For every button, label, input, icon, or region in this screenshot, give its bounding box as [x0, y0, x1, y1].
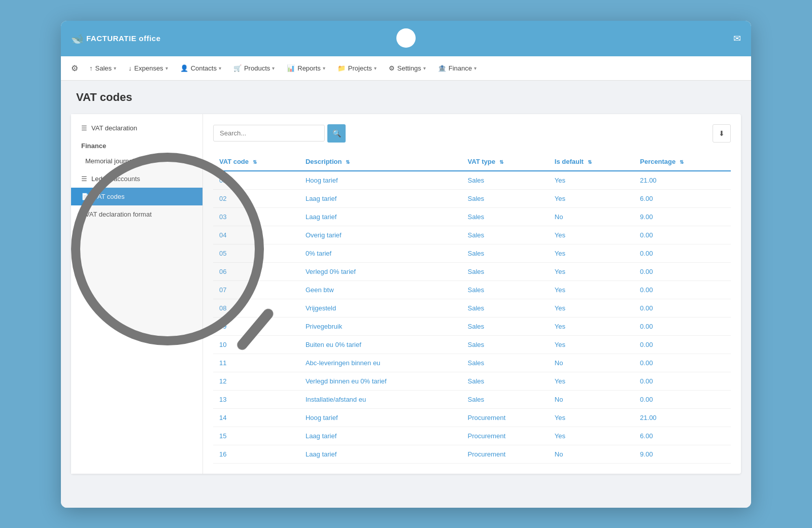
- cell-description-14: Laag tarief: [299, 427, 462, 445]
- table-row[interactable]: 02 Laag tarief Sales Yes 6.00: [213, 189, 731, 207]
- cell-code-3: 04: [213, 226, 299, 244]
- nav-item-reports[interactable]: 📊 Reports ▾: [281, 56, 331, 80]
- sidebar-item-memorial-journal[interactable]: Memorial journal: [71, 152, 202, 170]
- col-header-percentage[interactable]: Percentage ⇅: [634, 153, 731, 171]
- cell-vat-type-15: Procurement: [462, 445, 549, 463]
- cell-vat-type-9: Sales: [462, 335, 549, 354]
- top-bar: 🐋 FACTURATIE office ✉: [61, 21, 751, 56]
- cell-description-5: Verlegd 0% tarief: [299, 262, 462, 280]
- nav-item-products[interactable]: 🛒 Products ▾: [227, 56, 281, 80]
- cell-is-default-11: Yes: [549, 372, 634, 390]
- download-button[interactable]: ⬇: [713, 124, 731, 143]
- cell-vat-type-1: Sales: [462, 189, 549, 207]
- page-title: VAT codes: [76, 91, 741, 104]
- products-icon: 🛒: [233, 64, 242, 72]
- top-bar-center: [396, 28, 416, 48]
- cell-is-default-3: Yes: [549, 226, 634, 244]
- cell-code-8: 09: [213, 317, 299, 335]
- cell-is-default-2: No: [549, 207, 634, 226]
- cell-is-default-8: Yes: [549, 317, 634, 335]
- cell-vat-type-4: Sales: [462, 244, 549, 262]
- col-header-vat-code[interactable]: VAT code ⇅: [213, 153, 299, 171]
- table-row[interactable]: 12 Verlegd binnen eu 0% tarief Sales Yes…: [213, 372, 731, 390]
- cell-vat-type-8: Sales: [462, 317, 549, 335]
- logo-icon: 🐋: [71, 32, 84, 45]
- cell-vat-type-13: Procurement: [462, 408, 549, 427]
- table-row[interactable]: 16 Laag tarief Procurement No 9.00: [213, 445, 731, 463]
- cell-is-default-14: Yes: [549, 427, 634, 445]
- nav-bar: ⚙ ↑ Sales ▾ ↓ Expenses ▾ 👤 Contacts ▾ 🛒 …: [61, 56, 751, 81]
- search-button[interactable]: 🔍: [327, 124, 346, 143]
- cell-percentage-3: 0.00: [634, 226, 731, 244]
- settings-caret: ▾: [423, 65, 426, 71]
- sidebar: ☰ VAT declaration Finance Memorial journ…: [71, 114, 203, 474]
- table-row[interactable]: 14 Hoog tarief Procurement Yes 21.00: [213, 408, 731, 427]
- table-row[interactable]: 01 Hoog tarief Sales Yes 21.00: [213, 171, 731, 190]
- search-icon: 🔍: [332, 129, 341, 137]
- table-row[interactable]: 04 Overig tarief Sales Yes 0.00: [213, 226, 731, 244]
- table-row[interactable]: 05 0% tarief Sales Yes 0.00: [213, 244, 731, 262]
- cell-description-0: Hoog tarief: [299, 171, 462, 190]
- cell-vat-type-10: Sales: [462, 354, 549, 372]
- cell-is-default-15: No: [549, 445, 634, 463]
- nav-item-finance[interactable]: 🏦 Finance ▾: [432, 56, 483, 80]
- sidebar-item-vat-declaration[interactable]: ☰ VAT declaration: [71, 119, 202, 137]
- table-row[interactable]: 07 Geen btw Sales Yes 0.00: [213, 280, 731, 299]
- cell-is-default-10: No: [549, 354, 634, 372]
- cell-percentage-13: 21.00: [634, 408, 731, 427]
- table-row[interactable]: 11 Abc-leveringen binnen eu Sales No 0.0…: [213, 354, 731, 372]
- nav-item-contacts[interactable]: 👤 Contacts ▾: [174, 56, 227, 80]
- table-row[interactable]: 13 Installatie/afstand eu Sales No 0.00: [213, 390, 731, 408]
- cell-percentage-7: 0.00: [634, 299, 731, 317]
- sidebar-item-ledger-accounts[interactable]: ☰ Ledger accounts: [71, 170, 202, 188]
- nav-home-icon[interactable]: ⚙: [66, 63, 83, 73]
- cell-percentage-6: 0.00: [634, 280, 731, 299]
- cell-code-0: 01: [213, 171, 299, 190]
- table-row[interactable]: 08 Vrijgesteld Sales Yes 0.00: [213, 299, 731, 317]
- search-input[interactable]: [213, 125, 325, 142]
- sales-caret: ▾: [114, 65, 116, 71]
- cell-description-1: Laag tarief: [299, 189, 462, 207]
- table-row[interactable]: 15 Laag tarief Procurement Yes 6.00: [213, 427, 731, 445]
- col-header-is-default[interactable]: Is default ⇅: [549, 153, 634, 171]
- cell-description-15: Laag tarief: [299, 445, 462, 463]
- cell-code-6: 07: [213, 280, 299, 299]
- cell-code-13: 14: [213, 408, 299, 427]
- cell-percentage-12: 0.00: [634, 390, 731, 408]
- content-area: ☰ VAT declaration Finance Memorial journ…: [71, 114, 741, 474]
- cell-code-5: 06: [213, 262, 299, 280]
- products-caret: ▾: [272, 65, 275, 71]
- cell-is-default-4: Yes: [549, 244, 634, 262]
- sidebar-item-vat-codes[interactable]: 📄 VAT codes: [71, 188, 202, 205]
- browser-frame: 🐋 FACTURATIE office ✉ ⚙ ↑ Sales ▾ ↓ Expe…: [61, 21, 751, 508]
- sidebar-item-vat-declaration-format[interactable]: VAT declaration format: [71, 205, 202, 223]
- col-header-vat-type[interactable]: VAT type ⇅: [462, 153, 549, 171]
- cell-description-6: Geen btw: [299, 280, 462, 299]
- cell-is-default-6: Yes: [549, 280, 634, 299]
- vat-codes-icon: 📄: [81, 193, 89, 200]
- email-icon[interactable]: ✉: [733, 33, 741, 44]
- col-header-description[interactable]: Description ⇅: [299, 153, 462, 171]
- cell-is-default-12: No: [549, 390, 634, 408]
- sales-icon: ↑: [89, 64, 93, 72]
- cell-code-10: 11: [213, 354, 299, 372]
- cell-description-10: Abc-leveringen binnen eu: [299, 354, 462, 372]
- table-row[interactable]: 06 Verlegd 0% tarief Sales Yes 0.00: [213, 262, 731, 280]
- cell-is-default-9: Yes: [549, 335, 634, 354]
- cell-description-3: Overig tarief: [299, 226, 462, 244]
- cell-code-11: 12: [213, 372, 299, 390]
- table-header-row: VAT code ⇅ Description ⇅ VAT type ⇅: [213, 153, 731, 171]
- nav-item-sales[interactable]: ↑ Sales ▾: [83, 56, 122, 80]
- nav-item-settings[interactable]: ⚙ Settings ▾: [383, 56, 432, 80]
- table-row[interactable]: 09 Privegebruik Sales Yes 0.00: [213, 317, 731, 335]
- expenses-icon: ↓: [128, 64, 132, 72]
- main-panel: 🔍 ⬇ VAT code ⇅ Des: [203, 114, 741, 474]
- download-icon: ⬇: [719, 129, 725, 137]
- cell-vat-type-12: Sales: [462, 390, 549, 408]
- table-row[interactable]: 03 Laag tarief Sales No 9.00: [213, 207, 731, 226]
- table-row[interactable]: 10 Buiten eu 0% tarief Sales Yes 0.00: [213, 335, 731, 354]
- sort-icon-vat-code: ⇅: [253, 159, 257, 165]
- settings-icon: ⚙: [389, 64, 395, 72]
- nav-item-expenses[interactable]: ↓ Expenses ▾: [122, 56, 174, 80]
- nav-item-projects[interactable]: 📁 Projects ▾: [331, 56, 383, 80]
